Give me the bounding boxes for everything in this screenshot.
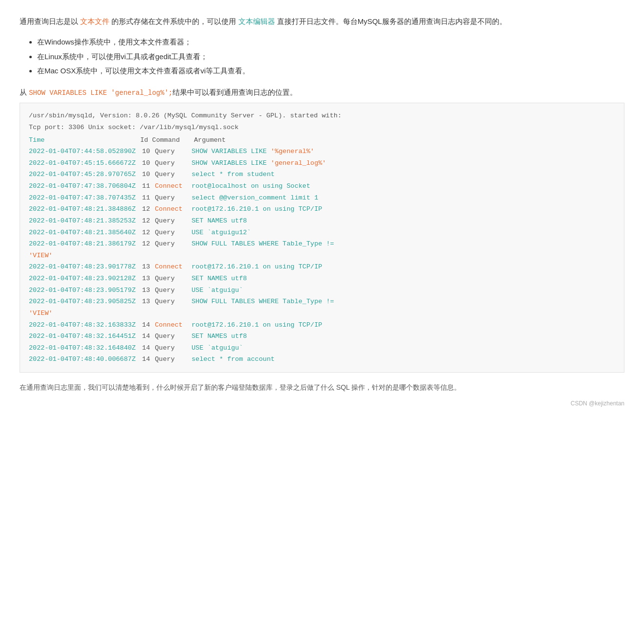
- csdn-credit: CSDN @kejizhentan: [20, 399, 624, 408]
- log-row: 2022-01-04T07:48:40.006687Z 14 Query sel…: [29, 354, 615, 365]
- from-suffix: 结果中可以看到通用查询日志的位置。: [172, 88, 297, 96]
- intro-text-before-link1: 通用查询日志是以: [20, 17, 80, 25]
- list-item: 在Linux系统中，可以使用vi工具或者gedit工具查看；: [37, 50, 624, 63]
- log-row: 2022-01-04T07:48:23.905825Z 13 Query SHO…: [29, 296, 615, 308]
- intro-link2[interactable]: 文本编辑器: [238, 17, 275, 25]
- intro-text-between: 的形式存储在文件系统中的，可以使用: [109, 17, 238, 25]
- log-row: 2022-01-04T07:48:23.902128Z 13 Query SET…: [29, 273, 615, 285]
- from-line: 从 SHOW VARIABLES LIKE 'general_log%';结果中…: [20, 86, 624, 99]
- log-row: 2022-01-04T07:48:21.385253Z 12 Query SET…: [29, 215, 615, 227]
- log-row: 2022-01-04T07:48:21.384886Z 12 Connect r…: [29, 203, 615, 215]
- log-row: 2022-01-04T07:48:21.385640Z 12 Query USE…: [29, 227, 615, 239]
- log-row-continued: 'VIEW': [29, 308, 615, 319]
- footer-text: 在通用查询日志里面，我们可以清楚地看到，什么时候开启了新的客户端登陆数据库，登录…: [20, 381, 624, 394]
- log-row: 2022-01-04T07:48:21.386179Z 12 Query SHO…: [29, 238, 615, 250]
- log-row: 2022-01-04T07:45:28.970765Z 10 Query sel…: [29, 169, 615, 180]
- system-line-1: /usr/sbin/mysqld, Version: 8.0.26 (MySQL…: [29, 110, 615, 122]
- log-row: 2022-01-04T07:47:38.707435Z 11 Query sel…: [29, 192, 615, 204]
- log-row: 2022-01-04T07:48:23.901778Z 13 Connect r…: [29, 261, 615, 273]
- bullet-list: 在Windows操作系统中，使用文本文件查看器； 在Linux系统中，可以使用v…: [20, 36, 624, 77]
- log-row: 2022-01-04T07:48:32.164840Z 14 Query USE…: [29, 342, 615, 354]
- code-block: /usr/sbin/mysqld, Version: 8.0.26 (MySQL…: [20, 103, 624, 373]
- log-row: 2022-01-04T07:44:58.052890Z 10 Query SHO…: [29, 146, 615, 157]
- log-row-continued: 'VIEW': [29, 250, 615, 262]
- system-line-2: Tcp port: 3306 Unix socket: /var/lib/mys…: [29, 122, 615, 133]
- intro-link1[interactable]: 文本文件: [80, 17, 109, 25]
- from-prefix: 从: [20, 88, 29, 96]
- list-item: 在Mac OSX系统中，可以使用文本文件查看器或者vi等工具查看。: [37, 65, 624, 77]
- log-row: 2022-01-04T07:48:32.163833Z 14 Connect r…: [29, 319, 615, 331]
- intro-text-after: 直接打开日志文件。每台MySQL服务器的通用查询日志内容是不同的。: [275, 17, 507, 25]
- log-row: 2022-01-04T07:47:38.706804Z 11 Connect r…: [29, 180, 615, 192]
- log-header: Time Id Command Argument: [29, 134, 615, 146]
- list-item: 在Windows操作系统中，使用文本文件查看器；: [37, 36, 624, 48]
- log-row: 2022-01-04T07:48:32.164451Z 14 Query SET…: [29, 331, 615, 342]
- intro-paragraph: 通用查询日志是以 文本文件 的形式存储在文件系统中的，可以使用 文本编辑器 直接…: [20, 15, 624, 28]
- log-row: 2022-01-04T07:48:23.905179Z 13 Query USE…: [29, 285, 615, 296]
- from-code: SHOW VARIABLES LIKE 'general_log%';: [29, 89, 172, 97]
- log-row: 2022-01-04T07:45:15.666672Z 10 Query SHO…: [29, 157, 615, 169]
